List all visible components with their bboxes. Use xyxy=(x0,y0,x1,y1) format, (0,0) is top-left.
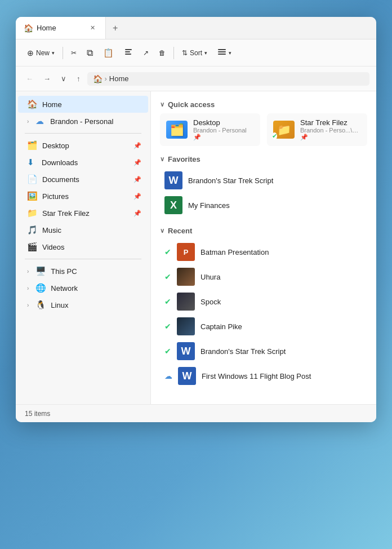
sort-icon: ⇅ xyxy=(182,49,188,57)
copy-icon: ⧉ xyxy=(87,48,93,58)
thispc-icon: 🖥️ xyxy=(35,266,46,276)
favorites-item-startrekscript[interactable]: W Brandon's Star Trek Script xyxy=(160,168,367,193)
sort-button[interactable]: ⇅ Sort ▾ xyxy=(177,46,212,60)
startrek-item-pin: 📌 xyxy=(300,134,361,141)
sidebar-item-brandon[interactable]: › ☁ Brandon - Personal xyxy=(18,113,148,130)
desktop-item-path: Brandon - Personal xyxy=(193,127,254,134)
delete-button[interactable]: 🗑 xyxy=(154,46,170,60)
word-icon-1: W xyxy=(164,171,182,189)
favorites-header: ∨ Favorites xyxy=(160,155,367,163)
uhura-check-icon: ✔ xyxy=(164,272,171,281)
home-tab[interactable]: 🏠 Home ✕ xyxy=(16,17,106,39)
file-explorer-window: 🏠 Home ✕ + ⊕ New ▾ ✂ ⧉ 📋 ↗ xyxy=(16,17,376,422)
sidebar-item-videos[interactable]: 🎬 Videos xyxy=(18,238,148,255)
share-button[interactable]: ↗ xyxy=(139,46,153,60)
desktop-pin-icon: 📌 xyxy=(133,142,141,149)
path-home-icon: 🏠 xyxy=(93,74,103,83)
recent-blogpost-label: First Windows 11 Flight Blog Post xyxy=(202,372,311,380)
sidebar-network-label: Network xyxy=(51,284,78,293)
view-button[interactable]: ▾ xyxy=(213,45,236,61)
desktop-item-pin: 📌 xyxy=(193,134,254,141)
new-dropdown-icon: ▾ xyxy=(52,50,55,56)
brandon-chevron-icon: › xyxy=(27,118,29,125)
recent-locations-button[interactable]: ∨ xyxy=(57,72,70,85)
cut-button[interactable]: ✂ xyxy=(66,46,81,60)
share-icon: ↗ xyxy=(143,49,149,57)
right-panel: ∨ Quick access 🗂️ Desktop Brandon - Pers… xyxy=(151,91,376,404)
toolbar: ⊕ New ▾ ✂ ⧉ 📋 ↗ 🗑 ⇅ Sort ▾ xyxy=(16,39,376,67)
recent-item-uhura[interactable]: ✔ Uhura xyxy=(160,264,367,289)
new-tab-button[interactable]: + xyxy=(106,17,124,39)
recent-startrekscript-label: Brandon's Star Trek Script xyxy=(201,347,286,356)
up-button[interactable]: ↑ xyxy=(73,72,84,85)
sort-label: Sort xyxy=(190,49,202,57)
svg-rect-5 xyxy=(218,54,226,55)
sidebar-item-downloads[interactable]: ⬇ Downloads 📌 xyxy=(18,154,148,171)
ppt-icon-1: P xyxy=(177,243,195,261)
home-tab-icon: 🏠 xyxy=(24,24,33,33)
recent-header: ∨ Recent xyxy=(160,227,367,235)
sidebar-thispc-label: This PC xyxy=(51,267,77,276)
home-icon: 🏠 xyxy=(27,99,38,109)
documents-icon: 📄 xyxy=(27,174,38,184)
videos-icon: 🎬 xyxy=(27,242,38,252)
rename-button[interactable] xyxy=(119,45,137,61)
word-icon-3: W xyxy=(178,367,196,385)
sidebar-item-pictures[interactable]: 🖼️ Pictures 📌 xyxy=(18,188,148,205)
sidebar: 🏠 Home › ☁ Brandon - Personal 🗂️ Desktop… xyxy=(16,91,151,404)
sidebar-item-thispc[interactable]: › 🖥️ This PC xyxy=(18,263,148,280)
forward-button[interactable]: → xyxy=(40,72,54,85)
linux-icon: 🐧 xyxy=(35,300,46,310)
sidebar-item-music[interactable]: 🎵 Music xyxy=(18,222,148,238)
favorites-item-finances[interactable]: X My Finances xyxy=(160,193,367,218)
sort-dropdown-icon: ▾ xyxy=(204,50,207,56)
pike-check-icon: ✔ xyxy=(164,322,171,331)
tab-close-button[interactable]: ✕ xyxy=(88,23,97,33)
sidebar-item-linux[interactable]: › 🐧 Linux xyxy=(18,296,148,313)
startrek-item-path: Brandon - Perso...\Pictures xyxy=(300,127,361,134)
recent-chevron-icon: ∨ xyxy=(160,227,164,234)
recent-item-pike[interactable]: ✔ Captain Pike xyxy=(160,314,367,339)
copy-button[interactable]: ⧉ xyxy=(82,45,97,61)
quick-access-startrek[interactable]: 📁 ✔ Star Trek Filez Brandon - Perso...\P… xyxy=(267,113,367,146)
recent-spock-label: Spock xyxy=(201,298,221,306)
title-bar: 🏠 Home ✕ + xyxy=(16,17,376,39)
sidebar-item-desktop[interactable]: 🗂️ Desktop 📌 xyxy=(18,137,148,154)
recent-item-batman[interactable]: ✔ P Batman Presentation xyxy=(160,240,367,264)
address-path[interactable]: 🏠 › Home xyxy=(87,72,370,86)
paste-button[interactable]: 📋 xyxy=(99,45,118,61)
new-button[interactable]: ⊕ New ▾ xyxy=(23,46,59,60)
recent-item-startrekscript[interactable]: ✔ W Brandon's Star Trek Script xyxy=(160,339,367,364)
favorites-list: W Brandon's Star Trek Script X My Financ… xyxy=(160,168,367,218)
sidebar-pictures-label: Pictures xyxy=(42,192,69,201)
toolbar-separator-1 xyxy=(63,47,63,59)
spock-check-icon: ✔ xyxy=(164,297,171,306)
startrek-folder-icon: 📁 xyxy=(27,208,38,218)
thispc-chevron-icon: › xyxy=(27,268,29,274)
main-content: 🏠 Home › ☁ Brandon - Personal 🗂️ Desktop… xyxy=(16,91,376,404)
sidebar-item-startrek[interactable]: 📁 Star Trek Filez 📌 xyxy=(18,205,148,222)
cut-icon: ✂ xyxy=(71,49,77,57)
recent-list: ✔ P Batman Presentation ✔ Uhura ✔ Spock xyxy=(160,240,367,388)
svg-rect-3 xyxy=(218,49,226,50)
recent-batman-label: Batman Presentation xyxy=(201,248,269,256)
sidebar-item-documents[interactable]: 📄 Documents 📌 xyxy=(18,171,148,188)
sidebar-divider-2 xyxy=(25,259,141,259)
network-chevron-icon: › xyxy=(27,285,29,291)
startrek-item-info: Star Trek Filez Brandon - Perso...\Pictu… xyxy=(300,118,361,141)
back-button[interactable]: ← xyxy=(23,72,37,85)
startrek-thumb-icon: 📁 xyxy=(277,123,291,136)
startrek-item-name: Star Trek Filez xyxy=(300,118,361,127)
svg-rect-1 xyxy=(125,51,130,52)
svg-rect-2 xyxy=(125,54,131,55)
downloads-icon: ⬇ xyxy=(27,157,37,167)
path-label: Home xyxy=(109,74,129,83)
sidebar-item-home[interactable]: 🏠 Home xyxy=(18,96,148,113)
sidebar-item-network[interactable]: › 🌐 Network xyxy=(18,280,148,296)
recent-item-spock[interactable]: ✔ Spock xyxy=(160,289,367,314)
recent-item-blogpost[interactable]: ☁ W First Windows 11 Flight Blog Post xyxy=(160,364,367,388)
view-icon xyxy=(217,47,226,58)
startrek-pin-icon: 📌 xyxy=(133,210,141,217)
desktop-thumb-icon: 🗂️ xyxy=(170,123,184,136)
quick-access-desktop[interactable]: 🗂️ Desktop Brandon - Personal 📌 xyxy=(160,113,260,146)
